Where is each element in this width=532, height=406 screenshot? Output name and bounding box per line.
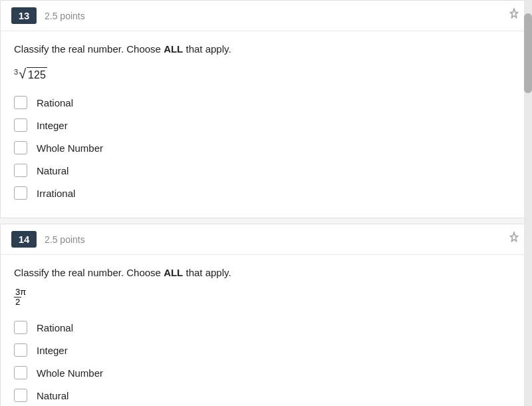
radical-radicand-13: 125 [27,67,47,83]
question-text-13: Classify the real number. Choose ALL tha… [14,42,518,57]
question-text-14: Classify the real number. Choose ALL tha… [14,266,518,281]
question-header-13: 13 2.5 points [1,1,531,31]
radical-symbol-13: √ [19,67,26,81]
checkbox-rational-14[interactable] [14,321,27,334]
scrollbar-thumb[interactable] [524,13,532,93]
instruction-end-14: that apply. [183,267,231,278]
option-label-whole-14[interactable]: Whole Number [37,367,103,379]
checkbox-natural-13[interactable] [14,164,27,177]
option-item-rational-14: Rational [14,316,518,339]
question-number-14: 14 [11,231,37,248]
fraction-wrapper-14: 3π 2 [14,288,26,307]
checkbox-rational-13[interactable] [14,96,27,109]
radical-expression-13: 3√125 [14,67,47,83]
question-block-13: 13 2.5 points Classify the real number. … [0,0,532,218]
option-label-integer-13[interactable]: Integer [37,120,68,131]
option-item-rational-13: Rational [14,91,518,114]
checkbox-integer-13[interactable] [14,118,27,132]
option-item-integer-14: Integer [14,339,518,361]
pin-icon-13[interactable] [507,7,521,24]
question-number-13: 13 [11,7,37,24]
checkbox-whole-13[interactable] [14,141,27,154]
option-item-irrational-13: Irrational [14,182,518,204]
option-label-natural-14[interactable]: Natural [37,390,68,401]
option-label-rational-14[interactable]: Rational [37,322,73,333]
instruction-bold-14: ALL [164,267,183,278]
option-label-integer-14[interactable]: Integer [37,345,68,356]
fraction-denominator-14: 2 [14,297,21,307]
question-points-14: 2.5 points [45,234,85,245]
checkbox-integer-14[interactable] [14,343,27,357]
options-list-14: Rational Integer Whole Number Natural Ir… [14,316,518,406]
radical-index-13: 3 [14,69,18,76]
option-item-whole-14: Whole Number [14,361,518,384]
options-list-13: Rational Integer Whole Number Natural Ir… [14,91,518,204]
question-body-14: Classify the real number. Choose ALL tha… [1,255,531,406]
option-label-whole-13[interactable]: Whole Number [37,142,103,154]
question-header-14: 14 2.5 points [1,224,531,255]
option-label-irrational-13[interactable]: Irrational [37,188,75,199]
option-label-natural-13[interactable]: Natural [37,165,68,176]
instruction-start-13: Classify the real number. Choose [14,43,164,55]
option-label-rational-13[interactable]: Rational [37,97,73,108]
option-item-natural-13: Natural [14,159,518,182]
option-item-whole-13: Whole Number [14,136,518,159]
question-block-14: 14 2.5 points Classify the real number. … [0,224,532,406]
instruction-start-14: Classify the real number. Choose [14,267,164,278]
fraction-expression-14: 3π 2 [14,288,518,307]
fraction-numerator-14: 3π [14,288,26,297]
instruction-bold-13: ALL [164,43,183,55]
checkbox-natural-14[interactable] [14,389,27,402]
pin-icon-14[interactable] [507,231,521,248]
checkbox-whole-14[interactable] [14,366,27,379]
question-points-13: 2.5 points [45,11,85,21]
scrollbar-track [524,0,532,406]
checkbox-irrational-13[interactable] [14,186,27,200]
math-expression-13: 3√125 [14,64,47,83]
page-container: 13 2.5 points Classify the real number. … [0,0,532,406]
option-item-integer-13: Integer [14,114,518,136]
question-body-13: Classify the real number. Choose ALL tha… [1,31,531,218]
option-item-natural-14: Natural [14,384,518,406]
instruction-end-13: that apply. [183,43,231,55]
